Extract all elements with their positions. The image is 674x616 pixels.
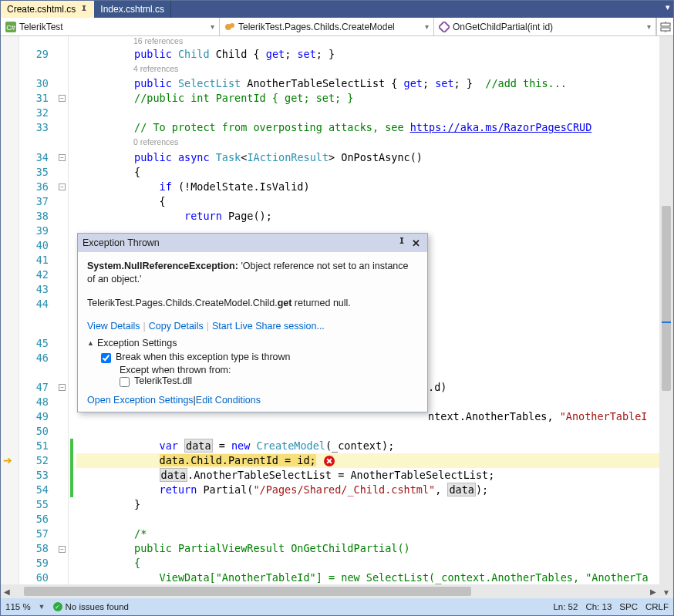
line-number: 59 [19,556,56,571]
exception-popup: Exception Thrown ✕ System.NullReferenceE… [77,233,428,412]
tab-create[interactable]: Create.cshtml.cs [1,1,94,18]
line-number: 50 [19,424,56,439]
line-number: 57 [19,527,56,541]
glyph-margin: ➔ [1,36,19,598]
class-icon [224,22,235,32]
change-marker [70,439,73,497]
line-number: 32 [19,106,56,120]
tab-overflow-icon[interactable]: ▾ [666,2,670,12]
fold-toggle[interactable]: − [59,95,66,102]
fold-toggle[interactable]: − [59,183,66,190]
popup-titlebar[interactable]: Exception Thrown ✕ [78,234,427,252]
line-number: 45 [19,336,56,351]
zoom-level[interactable]: 115 % [5,602,31,611]
pin-icon[interactable] [80,5,88,13]
popup-title: Exception Thrown [83,237,395,248]
csharp-project-icon: C# [5,22,16,32]
issues-indicator[interactable]: ✓ No issues found [53,602,129,611]
line-number: 55 [19,497,56,512]
split-view-button[interactable] [656,18,673,35]
project-name: TelerikTest [19,22,63,32]
member-combo[interactable]: OnGetChildPartial(int id) ▾ [434,18,656,35]
live-share-link[interactable]: Start Live Share session... [212,321,325,332]
except-when-label: Except when thrown from: [120,365,418,375]
svg-rect-6 [661,28,670,31]
line-number: 30 [19,76,56,91]
class-combo[interactable]: TelerikTest.Pages.Childs.CreateModel ▾ [220,18,434,35]
line-number: 35 [19,165,56,180]
copy-details-link[interactable]: Copy Details [149,321,204,332]
cursor-char[interactable]: Ch: 13 [585,602,612,611]
view-details-link[interactable]: View Details [87,321,140,332]
scrollbar-thumb[interactable] [662,206,671,391]
line-number: 40 [19,238,56,253]
line-number: 42 [19,268,56,282]
break-on-throw-checkbox[interactable] [101,353,111,363]
open-exception-settings-link[interactable]: Open Exception Settings [87,395,194,406]
line-number: 53 [19,468,56,483]
tab-label: Create.cshtml.cs [7,4,76,15]
codelens[interactable]: 0 references [126,137,178,146]
line-number: 44 [19,297,56,311]
line-number: 46 [19,351,56,365]
line-ending[interactable]: CRLF [645,602,669,611]
line-number: 48 [19,395,56,409]
line-number: 29 [19,47,56,62]
close-icon[interactable]: ✕ [409,237,423,249]
codelens[interactable]: 4 references [126,64,178,73]
scrollbar-thumb[interactable] [24,587,471,596]
class-name: TelerikTest.Pages.Childs.CreateModel [238,22,395,32]
map-marker [662,321,671,323]
current-line: data.Child.ParentId = id; [76,453,673,468]
cursor-line[interactable]: Ln: 52 [553,602,578,611]
scroll-up-icon[interactable]: ▲ [659,36,673,49]
line-number: 54 [19,483,56,497]
svg-rect-4 [439,22,450,32]
fold-margin: − − − − − [56,36,69,598]
line-number: 49 [19,409,56,424]
tab-index[interactable]: Index.cshtml.cs [94,1,171,18]
except-module-label: TelerikTest.dll [134,375,192,386]
change-margin [69,36,76,598]
scroll-left-icon[interactable]: ◀ [1,584,13,598]
line-number: 51 [19,439,56,453]
exception-settings-header[interactable]: ▲Exception Settings [87,338,418,348]
line-number: 41 [19,253,56,268]
scroll-down-icon[interactable]: ▼ [659,586,673,598]
exception-message: System.NullReferenceException: 'Object r… [87,260,418,286]
line-number: 38 [19,209,56,224]
vertical-scrollbar[interactable]: ▲ ▼ [659,36,673,598]
zoom-chevron-icon[interactable]: ▼ [39,603,45,611]
fold-toggle[interactable]: − [59,546,66,553]
horizontal-scrollbar[interactable]: ◀ ▶ [1,584,659,598]
status-bar: 115 % ▼ ✓ No issues found Ln: 52 Ch: 13 … [1,598,673,615]
editor-window: Create.cshtml.cs Index.cshtml.cs ▾ C# Te… [0,0,674,616]
indent-mode[interactable]: SPC [619,602,638,611]
codelens[interactable]: 16 references [126,36,183,45]
scroll-right-icon[interactable]: ▶ [647,584,659,598]
line-number: 37 [19,194,56,209]
doc-link[interactable]: https://aka.ms/RazorPagesCRUD [410,121,592,133]
error-icon[interactable] [324,456,335,466]
line-number: 43 [19,282,56,297]
execution-pointer-icon: ➔ [3,454,12,466]
fold-toggle[interactable]: − [59,154,66,161]
fold-toggle[interactable]: − [59,384,66,391]
document-tabbar: Create.cshtml.cs Index.cshtml.cs ▾ [1,1,673,18]
except-module-checkbox[interactable] [120,377,130,387]
code-editor[interactable]: ➔ 29303132333435363738394041424344454647… [1,36,673,598]
line-number: 33 [19,120,56,135]
line-number: 31 [19,91,56,106]
chevron-down-icon: ▾ [211,22,214,31]
edit-conditions-link[interactable]: Edit Conditions [196,395,261,406]
method-icon [439,22,450,32]
line-number: 60 [19,571,56,585]
tab-label: Index.cshtml.cs [100,4,164,15]
line-number: 34 [19,150,56,165]
svg-text:C#: C# [6,24,15,32]
member-name: OnGetChildPartial(int id) [453,22,553,32]
line-number: 52 [19,453,56,468]
pin-icon[interactable] [395,237,409,249]
line-number: 58 [19,541,56,556]
project-combo[interactable]: C# TelerikTest ▾ [1,18,220,35]
